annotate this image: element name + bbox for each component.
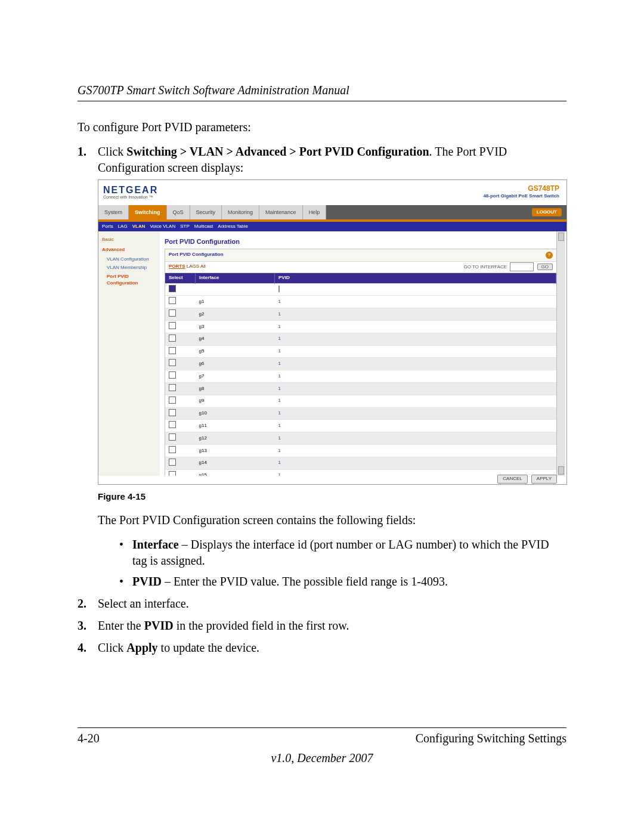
subtab-ports[interactable]: Ports [102, 224, 113, 230]
subtab-lag[interactable]: LAG [118, 224, 128, 230]
tab-monitoring[interactable]: Monitoring [222, 205, 259, 219]
row-checkbox[interactable] [169, 335, 176, 342]
row-checkbox[interactable] [169, 446, 176, 453]
bullet-pvid: PVID – Enter the PVID value. The possibl… [119, 574, 566, 590]
row-checkbox[interactable] [169, 384, 176, 391]
side-advanced[interactable]: Advanced [101, 245, 157, 255]
step-3-text-c: in the provided field in the first row. [174, 619, 349, 632]
logout-button[interactable]: LOGOUT [532, 208, 562, 217]
row-checkbox[interactable] [169, 359, 176, 366]
row-checkbox[interactable] [169, 459, 176, 466]
row-pvid: 1 [275, 308, 556, 321]
step-4-text-a: Click [98, 641, 126, 654]
step-4-text-c: to update the device. [158, 641, 260, 654]
th-select: Select [165, 273, 196, 283]
row-checkbox[interactable] [169, 421, 176, 428]
bullet-pvid-term: PVID [132, 575, 162, 588]
step-4-apply: Apply [126, 641, 157, 654]
row-pvid: 1 [275, 407, 556, 420]
row-interface: g12 [196, 432, 275, 445]
side-vlan-membership[interactable]: VLAN Membership [101, 264, 157, 272]
model-desc: 48-port Gigabit PoE Smart Switch [483, 193, 559, 200]
footer-rule [78, 727, 566, 728]
subtab-multicast[interactable]: Multicast [194, 224, 213, 230]
tab-help[interactable]: Help [303, 205, 327, 219]
row-pvid: 1 [275, 383, 556, 395]
tab-security[interactable]: Security [190, 205, 222, 219]
th-pvid: PVID [275, 273, 556, 283]
subtab-vlan[interactable]: VLAN [132, 224, 145, 230]
tab-maintenance[interactable]: Maintenance [259, 205, 303, 219]
brand-tagline: Connect with Innovation ™ [103, 194, 153, 200]
step-3-text-a: Enter the [98, 619, 144, 632]
tab-qos[interactable]: QoS [167, 205, 190, 219]
row-interface: g2 [196, 308, 275, 321]
row-interface: g1 [196, 296, 275, 308]
row-checkbox[interactable] [169, 322, 176, 329]
row-interface: g15 [196, 469, 275, 476]
side-basic[interactable]: Basic [101, 235, 157, 245]
step-1-num: 1. [78, 144, 86, 160]
filter-ports[interactable]: PORTS [169, 264, 185, 269]
row-checkbox[interactable] [169, 347, 176, 354]
table-row: g111 [165, 420, 556, 432]
doc-header: GS700TP Smart Switch Software Administra… [78, 83, 566, 101]
row-interface: g5 [196, 345, 275, 358]
filter-all[interactable]: All [200, 264, 206, 269]
row-checkbox[interactable] [169, 471, 176, 476]
figure-caption: Figure 4-15 [98, 491, 566, 503]
row-checkbox[interactable] [169, 433, 176, 441]
step-3-num: 3. [78, 618, 86, 634]
bullet-interface-term: Interface [132, 538, 179, 551]
step-2-text: Select an interface. [98, 597, 189, 610]
apply-button[interactable]: APPLY [531, 475, 557, 484]
goto-input[interactable] [510, 262, 534, 271]
row-pvid: 1 [275, 321, 556, 333]
tab-system[interactable]: System [98, 205, 129, 219]
step-1: 1. Click Switching > VLAN > Advanced > P… [78, 144, 566, 590]
step-1-path: Switching > VLAN > Advanced > Port PVID … [126, 145, 429, 158]
row-checkbox[interactable] [169, 397, 176, 404]
page-title: Port PVID Configuration [160, 231, 566, 249]
goto-label: GO TO INTERFACE [463, 264, 507, 270]
scrollbar[interactable] [556, 231, 565, 476]
row-interface: g4 [196, 333, 275, 345]
row-pvid: 1 [275, 395, 556, 407]
row-interface: g7 [196, 370, 275, 383]
screenshot-port-pvid: NETGEAR Connect with Innovation ™ GS748T… [98, 179, 567, 485]
row-checkbox[interactable] [169, 371, 176, 379]
subtab-voice-vlan[interactable]: Voice VLAN [150, 224, 175, 230]
row-checkbox[interactable] [169, 297, 176, 304]
row-pvid: 1 [275, 445, 556, 457]
panel-subtitle: Port PVID Configuration [169, 252, 224, 258]
row-pvid: 1 [275, 345, 556, 358]
row-checkbox[interactable] [169, 309, 176, 317]
go-button[interactable]: GO [537, 264, 553, 270]
row-pvid: 1 [275, 420, 556, 432]
pvid-input[interactable] [278, 286, 280, 292]
table-row: g51 [165, 345, 556, 358]
step-2: 2. Select an interface. [78, 596, 566, 612]
tab-switching[interactable]: Switching [129, 205, 167, 219]
table-input-row [165, 283, 556, 296]
subtab-address-table[interactable]: Address Table [218, 224, 248, 230]
intro-text: To configure Port PVID parameters: [78, 119, 566, 135]
section-title: Configuring Switching Settings [416, 732, 566, 745]
step-4: 4. Click Apply to update the device. [78, 640, 566, 656]
th-interface: Interface [196, 273, 275, 283]
bullet-interface-desc: – Displays the interface id (port number… [132, 538, 549, 567]
cancel-button[interactable]: CANCEL [497, 475, 527, 484]
side-port-pvid[interactable]: Port PVID Configuration [101, 272, 157, 288]
table-row: g131 [165, 445, 556, 457]
select-all-checkbox[interactable] [169, 285, 176, 292]
row-checkbox[interactable] [169, 409, 176, 416]
row-interface: g14 [196, 457, 275, 469]
bullet-pvid-desc: – Enter the PVID value. The possible fie… [162, 575, 448, 588]
help-icon[interactable]: ? [546, 252, 553, 259]
pvid-panel: Port PVID Configuration ? PORTS LAGS All [165, 249, 557, 476]
side-nav: Basic Advanced VLAN Configuration VLAN M… [98, 231, 160, 476]
row-interface: g3 [196, 321, 275, 333]
filter-lags[interactable]: LAGS [187, 264, 199, 269]
subtab-stp[interactable]: STP [180, 224, 190, 230]
side-vlan-config[interactable]: VLAN Configuration [101, 255, 157, 264]
